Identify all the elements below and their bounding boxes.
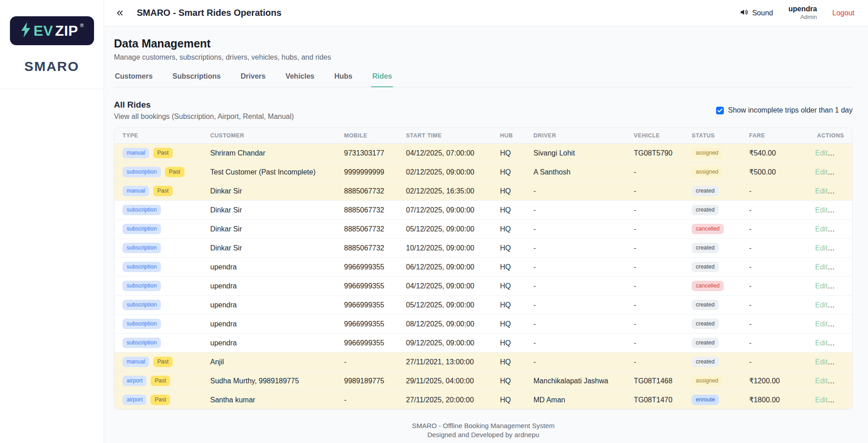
edit-button[interactable]: Edit xyxy=(815,168,828,176)
delete-button[interactable]: Delete xyxy=(834,320,852,328)
delete-button[interactable]: Delete xyxy=(834,225,852,233)
cell-driver: - xyxy=(528,277,628,296)
delete-button[interactable]: Delete xyxy=(834,377,852,385)
tab-drivers[interactable]: Drivers xyxy=(240,72,266,87)
incomplete-trips-filter[interactable]: Show incomplete trips older than 1 day xyxy=(716,106,853,114)
cell-vehicle: - xyxy=(628,334,686,353)
delete-button[interactable]: Delete xyxy=(834,206,852,214)
cell-hub: HQ xyxy=(495,296,528,315)
tab-subscriptions[interactable]: Subscriptions xyxy=(172,72,222,87)
delete-button[interactable]: Delete xyxy=(834,263,852,271)
cell-actions: EditDelete xyxy=(810,201,852,220)
cell-hub: HQ xyxy=(495,239,528,258)
user-role: Admin xyxy=(788,14,817,21)
cell-actions: EditDelete xyxy=(810,372,852,391)
rides-section-header: All Rides View all bookings (Subscriptio… xyxy=(114,100,853,121)
cell-vehicle: TG08T5790 xyxy=(628,144,686,163)
delete-button[interactable]: Delete xyxy=(834,149,852,157)
sidebar-collapse-button[interactable]: « xyxy=(117,6,123,18)
cell-actions: EditDelete xyxy=(810,296,852,315)
cell-actions: EditDelete xyxy=(810,315,852,334)
delete-button[interactable]: Delete xyxy=(834,282,852,290)
edit-button[interactable]: Edit xyxy=(815,339,828,347)
table-row: airportPastSantha kumar-27/11/2025, 20:0… xyxy=(114,391,852,410)
edit-button[interactable]: Edit xyxy=(815,206,828,214)
status-badge: created xyxy=(692,243,719,253)
past-badge: Past xyxy=(165,167,184,177)
cell-start-time: 02/12/2025, 09:00:00 xyxy=(401,163,495,182)
cell-mobile: 8885067732 xyxy=(339,182,401,201)
cell-status: enroute xyxy=(686,391,744,410)
delete-button[interactable]: Delete xyxy=(834,301,852,309)
sound-toggle[interactable]: Sound xyxy=(740,8,773,19)
edit-button[interactable]: Edit xyxy=(815,377,828,385)
type-badge: subscription xyxy=(123,338,161,348)
type-badge: manual xyxy=(123,186,149,196)
cell-start-time: 02/12/2025, 16:35:00 xyxy=(401,182,495,201)
cell-fare: - xyxy=(744,239,810,258)
cell-mobile: 9966999355 xyxy=(339,334,401,353)
incomplete-trips-checkbox[interactable] xyxy=(716,107,724,114)
app-name: SMARO xyxy=(24,59,80,74)
past-badge: Past xyxy=(153,357,173,367)
delete-button[interactable]: Delete xyxy=(834,168,852,176)
status-badge: enroute xyxy=(692,395,719,405)
past-badge: Past xyxy=(151,395,170,405)
cell-driver: - xyxy=(528,334,628,353)
edit-button[interactable]: Edit xyxy=(815,149,828,157)
tab-customers[interactable]: Customers xyxy=(114,72,154,87)
delete-button[interactable]: Delete xyxy=(834,187,852,195)
delete-button[interactable]: Delete xyxy=(834,339,852,347)
cell-fare: - xyxy=(744,277,810,296)
edit-button[interactable]: Edit xyxy=(815,301,828,309)
edit-button[interactable]: Edit xyxy=(815,187,828,195)
cell-type: manualPast xyxy=(114,182,205,201)
logout-button[interactable]: Logout xyxy=(832,9,854,17)
cell-driver: - xyxy=(528,239,628,258)
cell-hub: HQ xyxy=(495,258,528,277)
cell-driver: MD Aman xyxy=(528,391,628,410)
edit-button[interactable]: Edit xyxy=(815,282,828,290)
cell-hub: HQ xyxy=(495,182,528,201)
cell-status: assigned xyxy=(686,163,744,182)
cell-status: assigned xyxy=(686,144,744,163)
footer-line1: SMARO - Offline Booking Management Syste… xyxy=(114,421,853,430)
tab-vehicles[interactable]: Vehicles xyxy=(284,72,315,87)
edit-button[interactable]: Edit xyxy=(815,263,828,271)
cell-type: subscription xyxy=(114,334,205,353)
delete-button[interactable]: Delete xyxy=(834,358,852,366)
sound-label: Sound xyxy=(752,9,773,17)
edit-button[interactable]: Edit xyxy=(815,225,828,233)
delete-button[interactable]: Delete xyxy=(834,396,852,404)
edit-button[interactable]: Edit xyxy=(815,244,828,252)
topbar-right: Sound upendra Admin Logout xyxy=(740,5,854,21)
cell-actions: EditDelete xyxy=(810,163,852,182)
app-root: EVZIP® SMARO « SMARO - Smart Rides Opera… xyxy=(0,0,868,443)
cell-driver: - xyxy=(528,353,628,372)
tab-bar: CustomersSubscriptionsDriversVehiclesHub… xyxy=(114,72,853,87)
cell-type: subscription xyxy=(114,277,205,296)
cell-vehicle: - xyxy=(628,182,686,201)
cell-type: subscription xyxy=(114,296,205,315)
cell-vehicle: - xyxy=(628,277,686,296)
edit-button[interactable]: Edit xyxy=(815,358,828,366)
sidebar: EVZIP® SMARO xyxy=(0,0,104,443)
table-row: subscriptionDinkar Sir888506773205/12/20… xyxy=(114,220,852,239)
edit-button[interactable]: Edit xyxy=(815,320,828,328)
delete-button[interactable]: Delete xyxy=(834,244,852,252)
cell-status: cancelled xyxy=(686,220,744,239)
tab-rides[interactable]: Rides xyxy=(371,72,393,87)
cell-customer: Dinkar Sir xyxy=(205,220,339,239)
status-badge: created xyxy=(692,186,719,196)
edit-button[interactable]: Edit xyxy=(815,396,828,404)
cell-driver: A Santhosh xyxy=(528,163,628,182)
tab-hubs[interactable]: Hubs xyxy=(333,72,353,87)
column-header-actions: ACTIONS xyxy=(810,128,852,144)
logo-text-ev: EV xyxy=(33,23,53,39)
cell-start-time: 05/12/2025, 09:00:00 xyxy=(401,220,495,239)
cell-fare: - xyxy=(744,353,810,372)
cell-customer: upendra xyxy=(205,315,339,334)
column-header-customer: CUSTOMER xyxy=(205,128,339,144)
cell-start-time: 07/12/2025, 09:00:00 xyxy=(401,201,495,220)
status-badge: created xyxy=(692,357,719,367)
